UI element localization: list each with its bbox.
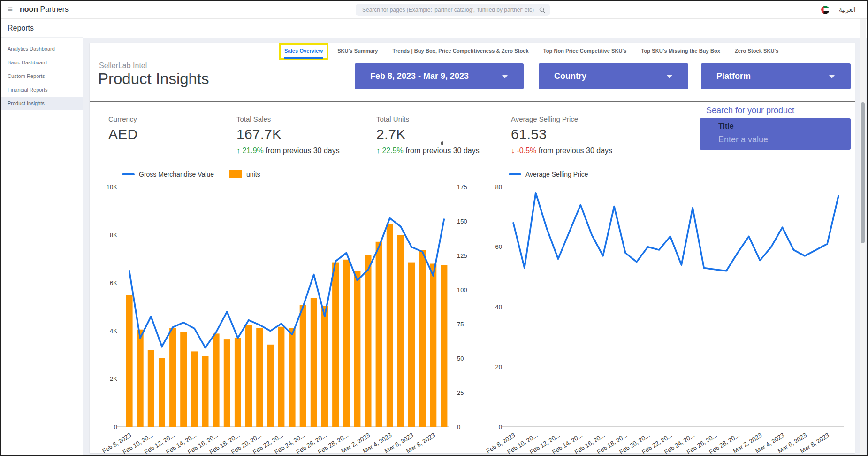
svg-text:50: 50 [457,355,464,362]
metric-value: 61.53 [511,126,612,142]
metric-total-units: Total Units 2.7K ↑ 22.5% from previous 3… [376,115,480,155]
units-bar-swatch [229,170,242,178]
metric-average-selling-price: Average Selling Price 61.53 ↓ -0.5% from… [511,115,612,155]
metric-value: 167.7K [236,126,340,142]
gmv-units-combo-chart[interactable]: 02K4K6K8K10K0255075100125150175Feb 8, 20… [90,182,465,455]
sidebar-list: Analytics Dashboard Basic Dashboard Cust… [1,42,83,110]
product-search-box: Title [700,118,851,150]
platform-dropdown[interactable]: Platform [701,63,851,89]
average-selling-price-chart[interactable]: 020406080Feb 8, 2023Feb 10, 20...Feb 12,… [487,182,862,455]
report-subtitle: SellerLab Intel [99,62,147,70]
scrollbar-thumb[interactable] [861,102,865,243]
svg-text:8K: 8K [110,232,117,239]
metric-delta: ↓ -0.5% from previous 30 days [511,147,612,155]
date-range-value: Feb 8, 2023 - Mar 9, 2023 [370,71,469,81]
chevron-down-icon [502,75,508,78]
tab-top-skus-missing-buybox[interactable]: Top SKU's Missing the Buy Box [641,48,721,59]
gmv-line-swatch [122,173,135,175]
svg-text:20: 20 [495,363,502,371]
metric-currency: Currency AED [108,115,137,142]
combo-chart-legend: Gross Merchandise Value units [122,170,260,178]
svg-text:6K: 6K [110,279,117,286]
asp-line-swatch [509,173,521,175]
svg-text:80: 80 [495,184,502,191]
svg-text:0: 0 [114,424,117,431]
legend-asp-label: Average Selling Price [525,170,588,178]
svg-text:150: 150 [457,218,467,225]
search-icon [539,7,545,13]
metric-label: Total Units [376,115,480,123]
brand-noon: noon [20,5,38,13]
tab-skus-summary[interactable]: SKU's Summary [337,48,378,59]
metric-label: Total Sales [236,115,340,123]
tab-zero-stock-skus[interactable]: Zero Stock SKU's [735,48,778,59]
language-switch[interactable]: العربية [839,6,856,13]
metric-total-sales: Total Sales 167.7K ↑ 21.9% from previous… [236,115,340,155]
trend-up-icon: ↑ [376,147,380,155]
svg-text:125: 125 [457,252,467,259]
svg-text:0: 0 [457,424,460,431]
asp-chart-legend: Average Selling Price [509,170,588,178]
uae-flag-icon[interactable] [821,6,830,14]
sidebar-item-basic-dashboard[interactable]: Basic Dashboard [1,56,83,70]
tab-trends-buybox[interactable]: Trends | Buy Box, Price Competitiveness … [393,48,529,59]
tab-top-non-price-competitive[interactable]: Top Non Price Competitive SKU's [543,48,627,59]
delta-suffix: from previous 30 days [536,147,612,155]
chevron-down-icon [829,75,835,78]
platform-label: Platform [716,71,751,81]
brand-partners: Partners [38,5,69,13]
reports-sidebar: Reports Analytics Dashboard Basic Dashbo… [1,19,83,456]
sidebar-header: Reports [1,19,83,38]
svg-text:4K: 4K [110,327,117,334]
delta-suffix: from previous 30 days [264,147,340,155]
metric-label: Currency [108,115,137,123]
scrollbar-track[interactable] [860,19,866,456]
svg-text:75: 75 [457,321,464,328]
page-title: Product Insights [98,70,209,88]
section-divider [90,101,855,102]
sidebar-item-product-insights[interactable]: Product Insights [1,97,83,110]
breadcrumb-bar: Product Insights [1,19,868,38]
delta-percent: 21.9% [242,147,263,155]
report-tabs: Sales Overview SKU's Summary Trends | Bu… [284,48,779,59]
title-field-label: Title [718,122,851,131]
svg-text:60: 60 [495,243,502,250]
top-bar: ≡ noon Partners العربية [1,1,868,19]
metric-delta: ↑ 21.9% from previous 30 days [236,147,340,155]
sidebar-item-analytics-dashboard[interactable]: Analytics Dashboard [1,42,83,56]
svg-text:175: 175 [457,184,467,191]
svg-text:40: 40 [495,303,502,310]
mouse-cursor [441,141,443,145]
brand-logo: noon Partners [20,5,69,14]
legend-units-label: units [246,170,260,178]
svg-text:100: 100 [457,286,467,294]
country-label: Country [554,71,586,81]
sidebar-item-custom-reports[interactable]: Custom Reports [1,70,83,83]
delta-percent: 22.5% [382,147,403,155]
metric-value: AED [108,126,137,142]
legend-gmv-label: Gross Merchandise Value [139,170,214,178]
global-search-input[interactable] [362,7,539,13]
metric-label: Average Selling Price [511,115,612,123]
svg-text:0: 0 [499,424,502,431]
tab-sales-overview[interactable]: Sales Overview [284,48,323,59]
country-dropdown[interactable]: Country [539,63,688,89]
delta-suffix: from previous 30 days [404,147,480,155]
product-search-label: Search for your product [706,106,794,116]
trend-down-icon: ↓ [511,147,515,155]
svg-text:10K: 10K [107,184,117,191]
hamburger-menu-icon[interactable]: ≡ [8,4,13,15]
svg-text:2K: 2K [110,375,117,382]
delta-percent: -0.5% [517,147,536,155]
global-search [356,4,550,16]
trend-up-icon: ↑ [236,147,240,155]
metric-value: 2.7K [376,126,480,142]
svg-text:25: 25 [457,389,464,396]
metric-delta: ↑ 22.5% from previous 30 days [376,147,480,155]
chevron-down-icon [667,75,672,78]
date-range-dropdown[interactable]: Feb 8, 2023 - Mar 9, 2023 [355,63,524,89]
sidebar-item-financial-reports[interactable]: Financial Reports [1,83,83,97]
title-search-input[interactable] [718,135,836,145]
